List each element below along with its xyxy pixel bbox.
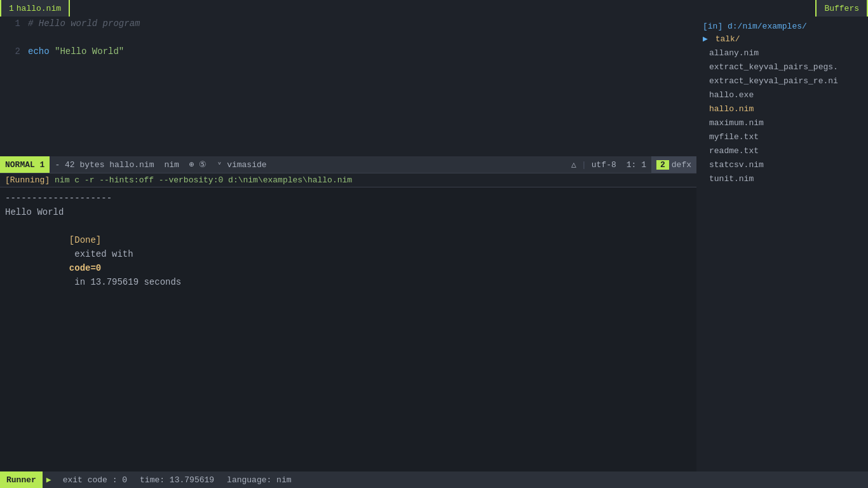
active-tab[interactable]: 1 hallo.nim — [0, 0, 70, 17]
terminal-content: -------------------- Hello World [Done] … — [0, 187, 696, 307]
status-bytes: - 42 bytes hallo.nim — [50, 160, 159, 170]
sidebar-item-statcsv[interactable]: statcsv.nim — [696, 158, 868, 172]
terminal-done: [Done] exited with code=0 in 13.795619 s… — [5, 219, 691, 303]
sidebar-item-label: hallo.exe — [709, 90, 754, 100]
sidebar-item-label: readme.txt — [709, 146, 759, 156]
status-plugin: ⊕ ⑤ — [184, 159, 212, 170]
folder-arrow: ▶ — [703, 34, 708, 44]
sidebar-item-hallo-exe[interactable]: hallo.exe — [696, 88, 868, 102]
sidebar-item-label: statcsv.nim — [709, 160, 764, 170]
left-pane: 1 # Hello world program 2 echo "Hello Wo… — [0, 17, 696, 471]
line-number — [5, 30, 20, 44]
defx-number: 2 — [656, 160, 669, 170]
sidebar-item-label: myfile.txt — [709, 132, 759, 142]
editor-line: 1 # Hello world program — [0, 17, 696, 30]
line-content: echo "Hello World" — [28, 44, 124, 58]
editor-area[interactable]: 1 # Hello world program 2 echo "Hello Wo… — [0, 17, 696, 156]
terminal-output: Hello World — [5, 205, 691, 219]
status-warning: △ — [566, 159, 581, 170]
runner-arrow: ▶ — [46, 475, 51, 485]
status-mode: NORMAL 1 — [0, 156, 50, 173]
status-encoding: utf-8 — [587, 160, 621, 170]
editor-line: 2 echo "Hello World" — [0, 44, 696, 58]
sidebar-path: [in] d:/nim/examples/ — [696, 20, 868, 32]
line-content — [28, 30, 33, 44]
status-vimaside: ᵛ vimaside — [212, 159, 272, 170]
sidebar-item-hallo-nim[interactable]: hallo.nim — [696, 102, 868, 116]
main-content: 1 # Hello world program 2 echo "Hello Wo… — [0, 17, 868, 471]
line-number: 1 — [5, 17, 20, 30]
runner-tag: Runner — [0, 471, 43, 488]
terminal-separator: -------------------- — [5, 191, 691, 205]
running-bar: [Running] nim c -r --hints:off --verbosi… — [0, 173, 696, 187]
sidebar-item-allany[interactable]: allany.nim — [696, 46, 868, 60]
sidebar-item-label: hallo.nim — [709, 104, 754, 114]
sidebar-item-label: allany.nim — [709, 48, 759, 58]
sidebar-item-myfile[interactable]: myfile.txt — [696, 130, 868, 144]
sidebar: [in] d:/nim/examples/ ▶ talk/ allany.nim… — [696, 17, 868, 471]
sidebar-item-label: extract_keyval_pairs_pegs. — [709, 62, 838, 72]
plugin-icon: ⊕ ⑤ — [189, 160, 207, 170]
tab-bar: 1 hallo.nim Buffers — [0, 0, 868, 17]
sidebar-item-extract-pegs[interactable]: extract_keyval_pairs_pegs. — [696, 60, 868, 74]
status-right: △ | utf-8 1: 1 2 defx — [566, 156, 696, 173]
sidebar-item-tunit[interactable]: tunit.nim — [696, 172, 868, 186]
running-cmd: nim c -r --hints:off --verbosity:0 d:\ni… — [55, 175, 352, 185]
defx-label: defx — [672, 160, 691, 170]
sidebar-item-talk[interactable]: ▶ talk/ — [696, 32, 868, 46]
editor-line — [0, 30, 696, 44]
done-code: code=0 — [69, 263, 101, 273]
status-bar: NORMAL 1 - 42 bytes hallo.nim nim ⊕ ⑤ ᵛ … — [0, 156, 696, 173]
app-wrapper: 1 hallo.nim Buffers 1 # Hello world prog… — [0, 0, 868, 488]
runner-language: language: nim — [220, 475, 297, 485]
status-defx: 2 defx — [651, 156, 696, 173]
line-content: # Hello world program — [28, 17, 140, 30]
tab-number: 1 — [9, 4, 14, 13]
status-lang: nim — [159, 160, 184, 170]
runner-exit-code: exit code : 0 — [57, 475, 133, 485]
tab-label: hallo.nim — [17, 4, 61, 13]
sidebar-item-readme[interactable]: readme.txt — [696, 144, 868, 158]
sidebar-item-label: maximum.nim — [709, 118, 764, 128]
terminal-area: [Running] nim c -r --hints:off --verbosi… — [0, 173, 696, 471]
sidebar-item-label: talk/ — [715, 34, 740, 44]
runner-time: time: 13.795619 — [133, 475, 220, 485]
done-rest-text: in 13.795619 seconds — [69, 277, 181, 287]
done-exit-text: exited with — [69, 249, 139, 259]
runner-bar: Runner ▶ exit code : 0 time: 13.795619 l… — [0, 471, 868, 488]
sidebar-item-label: extract_keyval_pairs_re.ni — [709, 76, 838, 86]
line-number: 2 — [5, 44, 20, 58]
sidebar-item-maximum[interactable]: maximum.nim — [696, 116, 868, 130]
sidebar-item-label: tunit.nim — [709, 174, 754, 184]
sidebar-item-extract-re[interactable]: extract_keyval_pairs_re.ni — [696, 74, 868, 88]
running-tag: [Running] — [5, 175, 50, 185]
status-separator: | — [581, 160, 587, 170]
done-tag: [Done] — [69, 235, 101, 245]
buffers-label: Buffers — [824, 4, 859, 13]
status-pos: 1: 1 — [621, 160, 651, 170]
buffers-button[interactable]: Buffers — [815, 0, 868, 17]
